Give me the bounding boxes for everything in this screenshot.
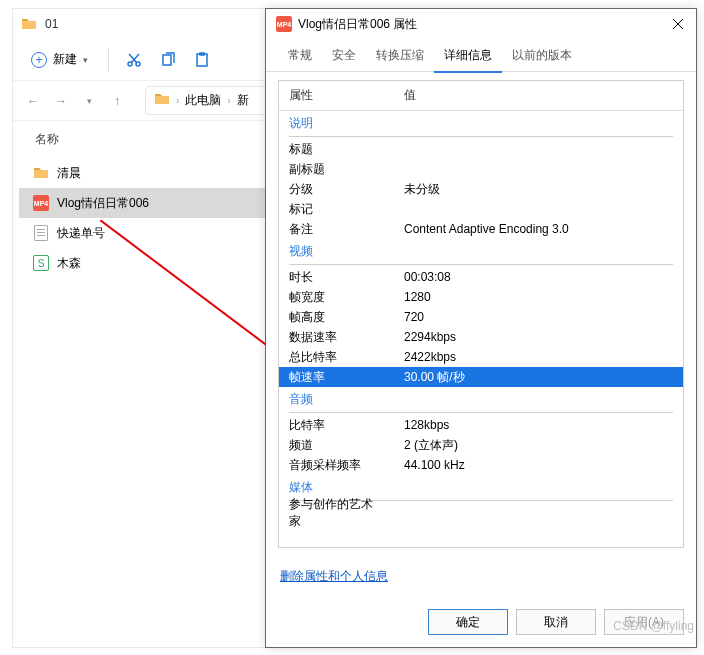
plus-icon: +	[31, 52, 47, 68]
folder-icon	[21, 16, 37, 32]
table-row[interactable]: 标记	[279, 199, 683, 219]
document-icon	[33, 225, 49, 241]
chevron-right-icon: ›	[176, 95, 179, 106]
paste-icon[interactable]	[187, 45, 217, 75]
ok-button[interactable]: 确定	[428, 609, 508, 635]
tab-previous-versions[interactable]: 以前的版本	[502, 39, 582, 72]
chevron-down-icon: ▾	[83, 55, 88, 65]
copy-icon[interactable]	[153, 45, 183, 75]
table-row[interactable]: 数据速率2294kbps	[279, 327, 683, 347]
table-row-framerate[interactable]: 帧速率30.00 帧/秒	[279, 367, 683, 387]
table-row[interactable]: 帧宽度1280	[279, 287, 683, 307]
file-name: 快递单号	[57, 225, 105, 242]
details-pane[interactable]: 属性 值 说明 标题 副标题 分级未分级 标记 备注Content Adapti…	[278, 80, 684, 548]
properties-dialog: MP4 Vlog情侣日常006 属性 常规 安全 转换压缩 详细信息 以前的版本…	[265, 8, 697, 648]
back-arrow-icon[interactable]: ←	[23, 91, 43, 111]
table-row[interactable]: 参与创作的艺术家	[279, 503, 683, 523]
section-video: 视频	[279, 239, 683, 264]
breadcrumb-pc[interactable]: 此电脑	[185, 92, 221, 109]
list-item[interactable]: MP4 Vlog情侣日常006	[19, 188, 305, 218]
cancel-button[interactable]: 取消	[516, 609, 596, 635]
table-row[interactable]: 频道2 (立体声)	[279, 435, 683, 455]
details-header: 属性 值	[279, 81, 683, 111]
table-row[interactable]: 帧高度720	[279, 307, 683, 327]
table-row[interactable]: 音频采样频率44.100 kHz	[279, 455, 683, 475]
cut-icon[interactable]	[119, 45, 149, 75]
table-row[interactable]: 时长00:03:08	[279, 267, 683, 287]
section-audio: 音频	[279, 387, 683, 412]
new-button[interactable]: + 新建 ▾	[21, 45, 98, 74]
folder-icon	[154, 91, 170, 110]
table-row[interactable]: 副标题	[279, 159, 683, 179]
chevron-down-icon[interactable]: ▾	[79, 91, 99, 111]
table-row[interactable]: 分级未分级	[279, 179, 683, 199]
folder-icon	[33, 165, 49, 181]
file-name: Vlog情侣日常006	[57, 195, 149, 212]
table-row[interactable]: 备注Content Adaptive Encoding 3.0	[279, 219, 683, 239]
close-button[interactable]	[660, 9, 696, 39]
s-file-icon: S	[33, 255, 49, 271]
list-item[interactable]: 快递单号	[19, 218, 305, 248]
svg-rect-3	[197, 54, 207, 66]
svg-point-1	[136, 62, 140, 66]
file-name: 木森	[57, 255, 81, 272]
dialog-title: Vlog情侣日常006 属性	[298, 16, 660, 33]
section-description: 说明	[279, 111, 683, 136]
tab-security[interactable]: 安全	[322, 39, 366, 72]
table-row[interactable]: 比特率128kbps	[279, 415, 683, 435]
svg-point-0	[128, 62, 132, 66]
explorer-title: 01	[45, 17, 58, 31]
header-property[interactable]: 属性	[279, 81, 394, 110]
link-area: 删除属性和个人信息	[266, 556, 696, 597]
remove-properties-link[interactable]: 删除属性和个人信息	[280, 569, 388, 583]
breadcrumb-next[interactable]: 新	[237, 92, 249, 109]
tab-general[interactable]: 常规	[278, 39, 322, 72]
table-row[interactable]: 总比特率2422kbps	[279, 347, 683, 367]
close-icon	[672, 18, 684, 30]
watermark: CSDN @ffyling	[613, 619, 694, 633]
tab-convert[interactable]: 转换压缩	[366, 39, 434, 72]
up-arrow-icon[interactable]: ↑	[107, 91, 127, 111]
tab-bar: 常规 安全 转换压缩 详细信息 以前的版本	[266, 39, 696, 72]
mp4-icon: MP4	[276, 16, 292, 32]
file-name: 清晨	[57, 165, 81, 182]
table-row[interactable]: 标题	[279, 139, 683, 159]
header-value[interactable]: 值	[394, 81, 683, 110]
svg-rect-2	[163, 55, 171, 65]
dialog-titlebar: MP4 Vlog情侣日常006 属性	[266, 9, 696, 39]
mp4-icon: MP4	[33, 195, 49, 211]
list-item[interactable]: 清晨	[19, 158, 305, 188]
separator	[108, 48, 109, 72]
chevron-right-icon: ›	[227, 95, 230, 106]
forward-arrow-icon[interactable]: →	[51, 91, 71, 111]
new-label: 新建	[53, 51, 77, 68]
tab-details[interactable]: 详细信息	[434, 39, 502, 72]
list-item[interactable]: S 木森	[19, 248, 305, 278]
